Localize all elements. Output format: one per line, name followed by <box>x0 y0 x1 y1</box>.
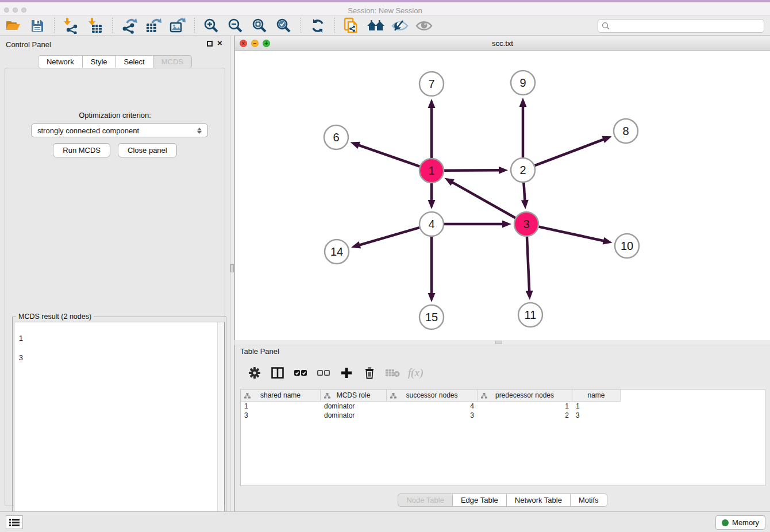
toolbar-separator <box>334 18 335 34</box>
tab-network[interactable]: Network <box>38 55 83 68</box>
cell-predecessor-nodes: 2 <box>478 411 572 420</box>
cell-mcds-role: dominator <box>321 402 387 411</box>
refresh-icon[interactable] <box>308 17 328 34</box>
table-settings-gear-icon[interactable] <box>247 365 262 380</box>
cell-mcds-role: dominator <box>321 411 387 420</box>
optimization-criterion-label: Optimization criterion: <box>5 111 225 119</box>
import-table-icon[interactable] <box>86 17 105 34</box>
zoom-selected-icon[interactable] <box>274 17 294 34</box>
control-panel-tabs: Network Style Select MCDS <box>0 55 230 68</box>
open-file-icon[interactable] <box>3 17 23 34</box>
mcds-result-group: MCDS result (2 nodes) 1 3 <box>12 317 226 532</box>
graph-node-label: 1 <box>428 164 434 177</box>
tab-style[interactable]: Style <box>83 55 116 68</box>
graph-node-label: 4 <box>428 218 434 230</box>
cell-successor-nodes: 4 <box>387 402 478 411</box>
window-titlebar: Session: New Session <box>0 0 770 16</box>
tab-network-table[interactable]: Network Table <box>507 494 571 507</box>
graph-node-label: 10 <box>621 240 633 252</box>
cell-shared-name: 1 <box>241 402 321 411</box>
graph-node-label: 7 <box>428 78 434 90</box>
search-icon <box>602 22 610 32</box>
graph-node-label: 8 <box>622 125 629 137</box>
column-header-predecessor-nodes[interactable]: predecessor nodes <box>478 390 572 402</box>
tab-motifs[interactable]: Motifs <box>571 494 607 507</box>
control-panel-header: Control Panel × <box>0 36 230 52</box>
column-header-shared-name[interactable]: shared name <box>241 390 321 402</box>
table-row[interactable]: 3 dominator 3 2 3 <box>241 411 765 420</box>
horizontal-splitter[interactable] <box>234 340 770 345</box>
tab-edge-table[interactable]: Edge Table <box>453 494 507 507</box>
export-network-icon[interactable] <box>120 17 139 34</box>
memory-button[interactable]: Memory <box>715 515 765 530</box>
network-title: scc.txt <box>235 39 770 48</box>
mcds-tab-content: Optimization criterion: strongly connect… <box>5 68 225 506</box>
delete-table-icon <box>385 365 400 380</box>
graph-node-label: 15 <box>425 311 438 323</box>
node-table[interactable]: shared name MCDS role successor nodes pr… <box>240 389 765 486</box>
save-session-icon[interactable] <box>28 17 47 34</box>
table-panel-header: Table Panel × <box>235 345 770 359</box>
graph-node-label: 3 <box>523 218 529 230</box>
mcds-result-line: 3 <box>19 353 220 363</box>
zoom-out-icon[interactable] <box>226 17 245 34</box>
table-panel-title: Table Panel <box>240 347 279 356</box>
close-panel-button[interactable]: Close panel <box>118 143 177 157</box>
zoom-fit-icon[interactable] <box>250 17 270 34</box>
tab-mcds[interactable]: MCDS <box>153 55 192 68</box>
select-all-icon[interactable] <box>293 365 308 380</box>
add-column-icon[interactable] <box>339 365 354 380</box>
mcds-result-title: MCDS result (2 nodes) <box>16 313 94 321</box>
network-canvas[interactable]: 7968124314101511 <box>235 51 770 340</box>
hierarchy-icon <box>390 392 396 400</box>
table-toolbar: f(x) <box>240 361 765 384</box>
import-network-icon[interactable] <box>61 17 81 34</box>
task-history-button[interactable] <box>6 515 23 529</box>
search-input[interactable] <box>598 19 764 33</box>
graph-node-label: 11 <box>525 309 537 321</box>
toolbar-separator <box>112 18 113 34</box>
column-header-mcds-role[interactable]: MCDS role <box>321 390 387 402</box>
table-tabs: Node Table Edge Table Network Table Moti… <box>235 494 770 507</box>
hide-selected-icon[interactable] <box>390 17 410 34</box>
tab-node-table[interactable]: Node Table <box>398 494 453 507</box>
deselect-all-icon[interactable] <box>316 365 331 380</box>
graph-node-label: 9 <box>519 76 526 89</box>
export-image-icon[interactable] <box>168 17 187 34</box>
zoom-in-icon[interactable] <box>202 17 221 34</box>
tab-select[interactable]: Select <box>116 55 153 68</box>
cell-shared-name: 3 <box>241 411 321 420</box>
search-field-wrap <box>598 19 764 33</box>
main-toolbar <box>0 16 770 36</box>
table-row[interactable]: 1 dominator 4 1 1 <box>241 402 765 411</box>
cell-name: 3 <box>572 411 621 420</box>
cell-successor-nodes: 3 <box>387 411 478 420</box>
toolbar-separator <box>194 18 195 34</box>
hierarchy-icon <box>244 392 251 400</box>
first-neighbors-icon[interactable] <box>366 17 386 34</box>
hierarchy-icon <box>324 392 330 400</box>
show-columns-icon[interactable] <box>270 365 285 380</box>
control-panel-title: Control Panel <box>6 40 51 49</box>
show-all-icon[interactable] <box>414 17 434 34</box>
mcds-result-line: 1 <box>19 334 220 344</box>
toolbar-separator <box>54 18 55 34</box>
column-header-successor-nodes[interactable]: successor nodes <box>387 390 478 402</box>
export-table-icon[interactable] <box>144 17 163 34</box>
chevron-updown-icon <box>197 128 202 134</box>
criterion-select[interactable]: strongly connected component <box>31 124 208 137</box>
table-header-row: shared name MCDS role successor nodes pr… <box>241 390 765 402</box>
memory-label: Memory <box>732 518 759 527</box>
close-panel-icon[interactable]: × <box>217 38 222 48</box>
control-panel: Control Panel × Network Style Select MCD… <box>0 36 230 511</box>
delete-column-icon[interactable] <box>362 365 377 380</box>
vertical-splitter[interactable] <box>230 36 234 511</box>
result-scrollbar[interactable] <box>217 322 224 532</box>
column-header-name[interactable]: name <box>572 390 621 402</box>
run-mcds-button[interactable]: Run MCDS <box>53 143 110 157</box>
mcds-result-box[interactable]: 1 3 <box>14 322 225 532</box>
status-bar: Memory <box>0 511 770 532</box>
float-panel-icon[interactable] <box>207 41 213 47</box>
cell-name: 1 <box>572 402 621 411</box>
clone-network-icon[interactable] <box>342 17 361 34</box>
